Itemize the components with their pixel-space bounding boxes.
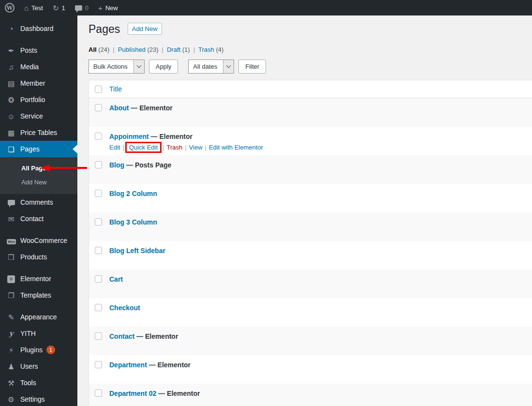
table-row-blog-2-column: Blog 2 Column	[89, 184, 532, 212]
row-action-edit-with-elementor[interactable]: Edit with Elementor	[209, 144, 263, 151]
sidebar-item-comments[interactable]: Comments	[0, 194, 77, 211]
row-action-trash[interactable]: Trash	[166, 144, 182, 151]
sidebar-item-products[interactable]: ❒Products	[0, 249, 77, 265]
sidebar-item-pages[interactable]: ❏Pages	[0, 141, 77, 157]
sidebar-item-plugins[interactable]: ⚡Plugins1	[0, 342, 77, 358]
add-new-button[interactable]: Add New	[128, 23, 162, 35]
sidebar-item-portfolio[interactable]: ❂Portfolio	[0, 91, 77, 108]
sidebar-item-woocommerce[interactable]: WooWooCommerce	[0, 232, 77, 249]
row-content: Appoinment — ElementorEdit|Quick Edit|Tr…	[109, 133, 263, 151]
row-title-line: Checkout	[109, 304, 140, 312]
action-separator: |	[205, 144, 207, 151]
page-title-link[interactable]: Contact	[109, 332, 134, 340]
row-checkbox[interactable]	[95, 332, 102, 340]
dates-filter-select[interactable]: All dates	[188, 60, 234, 74]
updates-menu[interactable]: ↻ 1	[48, 0, 70, 15]
page-title-link[interactable]: Blog Left Sidebar	[109, 247, 165, 255]
filter-all[interactable]: All (24)	[89, 46, 109, 53]
appearance-icon: ✎	[7, 314, 15, 321]
dashboard-icon: ◔	[7, 25, 15, 32]
table-row-checkout: Checkout	[89, 298, 532, 327]
row-checkbox[interactable]	[95, 104, 102, 111]
checkbox-cell	[89, 332, 109, 340]
row-checkbox[interactable]	[95, 133, 102, 140]
comments-count: 0	[85, 4, 89, 12]
row-title-line: Blog Left Sidebar	[109, 247, 165, 255]
page-title-link[interactable]: Blog 3 Column	[109, 218, 157, 226]
sidebar-item-elementor[interactable]: ≡Elementor	[0, 271, 77, 287]
users-icon: ♟	[7, 363, 15, 370]
page-title-link[interactable]: Blog 2 Column	[109, 190, 157, 197]
pages-list-table: Title About — ElementorAppoinment — Elem…	[89, 80, 532, 406]
comments-icon	[8, 200, 15, 205]
bulk-actions-select[interactable]: Bulk Actions	[89, 60, 145, 74]
posts-icon: ✒	[7, 47, 15, 54]
sidebar-item-tools[interactable]: ⚒Tools	[0, 375, 77, 391]
sidebar-item-yith[interactable]: yYITH	[0, 325, 77, 342]
submenu-item-add-new[interactable]: Add New	[0, 175, 77, 189]
sidebar-item-templates[interactable]: ❐Templates	[0, 287, 77, 303]
sidebar-item-member[interactable]: ▤Member	[0, 75, 77, 91]
sidebar-item-label: Plugins	[20, 346, 43, 354]
page-title-link[interactable]: Blog	[109, 161, 124, 169]
filter-draft[interactable]: Draft (1)	[167, 46, 190, 53]
row-action-view[interactable]: View	[189, 144, 203, 151]
row-action-quick-edit[interactable]: Quick Edit	[129, 144, 158, 151]
sidebar-item-dashboard[interactable]: ◔Dashboard	[0, 20, 77, 37]
checkbox-cell	[89, 218, 109, 226]
pages-icon: ❏	[7, 146, 15, 153]
row-checkbox[interactable]	[95, 361, 102, 368]
page-title-link[interactable]: Appoinment	[109, 133, 149, 140]
sidebar-item-contact[interactable]: ✉Contact	[0, 211, 77, 227]
page-title-link[interactable]: Department	[109, 361, 147, 369]
row-checkbox[interactable]	[95, 390, 102, 397]
sidebar-item-label: Posts	[20, 46, 37, 54]
bulk-actions-value: Bulk Actions	[89, 60, 133, 73]
checkbox-cell	[89, 247, 109, 254]
table-row-department-02: Department 02 — Elementor	[89, 384, 532, 406]
filter-trash[interactable]: Trash (4)	[198, 46, 223, 53]
row-checkbox[interactable]	[95, 190, 102, 197]
row-checkbox[interactable]	[95, 218, 102, 226]
title-column-header[interactable]: Title	[109, 85, 122, 93]
filter-published[interactable]: Published (23)	[118, 46, 159, 53]
row-content: Blog 2 Column	[109, 190, 157, 197]
submenu-item-all-pages[interactable]: All Pages	[0, 161, 77, 175]
page-title-link[interactable]: Cart	[109, 275, 123, 283]
filter-label[interactable]: Draft	[167, 46, 180, 53]
wp-logo-menu[interactable]: W	[0, 0, 19, 15]
action-separator: |	[122, 144, 124, 151]
row-checkbox[interactable]	[95, 304, 102, 311]
plugins-icon: ⚡	[7, 346, 15, 354]
filter-button[interactable]: Filter	[238, 60, 266, 74]
sidebar-item-price-tables[interactable]: ▦Price Tables	[0, 124, 77, 141]
sidebar-item-users[interactable]: ♟Users	[0, 358, 77, 375]
updates-icon: ↻	[53, 4, 59, 12]
row-checkbox[interactable]	[95, 247, 102, 254]
comments-menu[interactable]: 0	[70, 0, 93, 15]
row-action-edit[interactable]: Edit	[109, 144, 120, 151]
sidebar-item-appearance[interactable]: ✎Appearance	[0, 309, 77, 325]
row-title-line: Blog — Posts Page	[109, 161, 171, 169]
service-icon: ☺	[7, 113, 15, 120]
select-all-checkbox[interactable]	[95, 86, 102, 93]
new-content-menu[interactable]: + New	[93, 0, 123, 15]
sidebar-item-service[interactable]: ☺Service	[0, 108, 77, 124]
filter-label[interactable]: Published	[118, 46, 146, 53]
table-row-department: Department — Elementor	[89, 355, 532, 384]
row-checkbox[interactable]	[95, 275, 102, 283]
site-name-menu[interactable]: ⌂ Test	[19, 0, 48, 15]
filter-label[interactable]: Trash	[198, 46, 214, 53]
new-label: New	[105, 4, 118, 12]
row-checkbox[interactable]	[95, 161, 102, 168]
sidebar-item-posts[interactable]: ✒Posts	[0, 42, 77, 59]
page-title-link[interactable]: Department 02	[109, 390, 156, 397]
sidebar-item-label: Elementor	[20, 275, 51, 283]
checkbox-cell	[89, 390, 109, 397]
sidebar-item-settings[interactable]: ⚙Settings	[0, 391, 77, 406]
sidebar-item-media[interactable]: ♫Media	[0, 59, 77, 75]
apply-button[interactable]: Apply	[149, 60, 178, 74]
page-title-link[interactable]: About	[109, 104, 129, 112]
page-title-link[interactable]: Checkout	[109, 304, 140, 312]
row-title-line: About — Elementor	[109, 104, 173, 112]
